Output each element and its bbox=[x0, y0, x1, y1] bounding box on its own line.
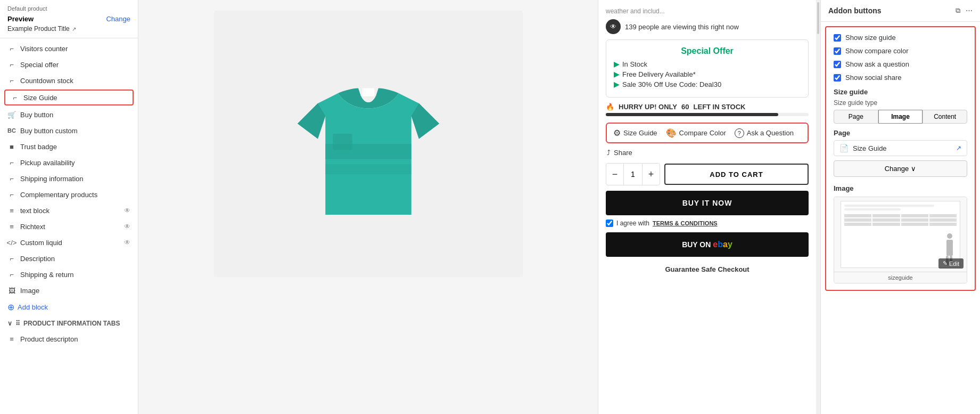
type-btn-image[interactable]: Image bbox=[878, 110, 923, 124]
corners-icon: ⌐ bbox=[11, 93, 19, 102]
sidebar-item-label: Trust badge bbox=[20, 143, 130, 151]
share-label: Share bbox=[614, 149, 632, 157]
show-compare-color-label: Show compare color bbox=[845, 47, 909, 55]
offer-item-label: Sale 30% Off Use Code: Deal30 bbox=[622, 80, 721, 88]
show-size-guide-checkbox[interactable] bbox=[834, 34, 841, 42]
add-block-button[interactable]: ⊕ Add block bbox=[0, 298, 138, 316]
fire-icon: 🔥 bbox=[606, 103, 614, 111]
show-ask-question-label: Show ask a question bbox=[845, 60, 909, 68]
copy-icon[interactable]: ⧉ bbox=[956, 6, 960, 15]
sidebar-item-special-offer[interactable]: ⌐ Special offer bbox=[0, 56, 138, 72]
show-compare-color-checkbox[interactable] bbox=[834, 47, 841, 55]
size-guide-btn-label: Size Guide bbox=[623, 129, 657, 137]
default-product-label: Default product bbox=[7, 5, 130, 12]
preview-area bbox=[138, 0, 598, 414]
arrow-icon: ▶ bbox=[614, 60, 619, 68]
sg-cell bbox=[901, 218, 928, 222]
terms-checkbox[interactable] bbox=[606, 220, 613, 227]
size-guide-preview-area: ✎ Edit bbox=[834, 197, 967, 272]
sg-cell bbox=[929, 223, 957, 226]
terms-link[interactable]: TERMS & CONDITIONS bbox=[653, 220, 718, 226]
ask-question-btn[interactable]: ? Ask a Question bbox=[735, 128, 794, 138]
sidebar-item-label: Shipping information bbox=[20, 175, 130, 183]
product-info-section[interactable]: ∨ ⠿ PRODUCT INFORMATION TABS bbox=[0, 316, 138, 331]
add-to-cart-button[interactable]: ADD TO CART bbox=[664, 164, 809, 185]
sidebar-item-shipping-information[interactable]: ⌐ Shipping information bbox=[0, 171, 138, 186]
sidebar-item-description[interactable]: ⌐ Description bbox=[0, 250, 138, 266]
sidebar-item-pickup-availability[interactable]: ⌐ Pickup availability bbox=[0, 155, 138, 171]
show-social-share-checkbox[interactable] bbox=[834, 74, 841, 82]
compare-color-btn[interactable]: 🎨 Compare Color bbox=[666, 128, 726, 138]
eye-icon[interactable]: 👁 bbox=[124, 239, 130, 246]
sidebar-item-richtext[interactable]: ≡ Richtext 👁 bbox=[0, 218, 138, 234]
sidebar-item-trust-badge[interactable]: ■ Trust badge bbox=[0, 139, 138, 155]
type-btn-page[interactable]: Page bbox=[834, 110, 878, 124]
eye-icon[interactable]: 👁 bbox=[124, 207, 130, 214]
right-panel-title: Addon buttons bbox=[828, 6, 882, 15]
viewing-count-text: 139 people are viewing this right now bbox=[625, 23, 739, 31]
arrow-icon: ▶ bbox=[614, 70, 619, 78]
offer-item-label: Free Delivery Available* bbox=[622, 70, 696, 78]
checkbox-show-compare-color: Show compare color bbox=[834, 47, 967, 55]
sidebar-item-shipping-return[interactable]: ⌐ Shipping & return bbox=[0, 266, 138, 282]
sidebar-item-size-guide[interactable]: ⌐ Size Guide bbox=[4, 90, 134, 105]
hurry-suffix: LEFT IN STOCK bbox=[694, 103, 746, 111]
page-external-link-icon[interactable]: ↗ bbox=[956, 144, 961, 152]
left-sidebar: Default product Preview Change Example P… bbox=[0, 0, 138, 414]
plus-icon: ⊕ bbox=[7, 302, 14, 312]
corners-icon: ⌐ bbox=[7, 158, 16, 167]
change-button[interactable]: Change ∨ bbox=[834, 160, 967, 177]
sg-line-2 bbox=[844, 208, 900, 210]
right-settings-panel: Addon buttons ⧉ ⋯ Show size guide Show c… bbox=[820, 0, 980, 414]
type-btn-content[interactable]: Content bbox=[923, 110, 967, 124]
corners-icon: ⌐ bbox=[7, 254, 16, 263]
buy-on-ebay-button[interactable]: BUY ON ebay bbox=[606, 232, 809, 257]
sidebar-item-label: Richtext bbox=[20, 223, 120, 231]
more-icon[interactable]: ⋯ bbox=[966, 6, 973, 15]
sg-cell bbox=[872, 218, 900, 222]
scroll-thumb[interactable] bbox=[817, 2, 819, 34]
checkbox-show-ask-question: Show ask a question bbox=[834, 60, 967, 68]
terms-row: I agree with TERMS & CONDITIONS bbox=[606, 220, 809, 227]
edit-overlay-button[interactable]: ✎ Edit bbox=[938, 258, 963, 269]
terms-text: I agree with bbox=[616, 220, 649, 227]
change-link[interactable]: Change bbox=[106, 15, 130, 23]
offer-item-1: ▶ In Stock bbox=[614, 60, 801, 68]
show-ask-question-checkbox[interactable] bbox=[834, 61, 841, 68]
share-row: ⤴ Share bbox=[606, 149, 809, 157]
add-block-label: Add block bbox=[18, 303, 48, 311]
stock-bar-fill bbox=[606, 113, 778, 116]
sg-cell bbox=[872, 223, 900, 226]
menu-icon: ≡ bbox=[7, 206, 16, 215]
ask-question-icon: ? bbox=[735, 128, 744, 138]
sidebar-item-label: Description bbox=[20, 255, 130, 263]
compare-color-btn-label: Compare Color bbox=[679, 129, 726, 137]
sidebar-item-visitors-counter[interactable]: ⌐ Visitors counter bbox=[0, 40, 138, 56]
sidebar-item-text-block[interactable]: ≡ text block 👁 bbox=[0, 202, 138, 218]
sidebar-item-buy-button-custom[interactable]: BC Buy button custom bbox=[0, 123, 138, 139]
tshirt-svg bbox=[267, 43, 470, 245]
sidebar-item-custom-liquid[interactable]: </> Custom liquid 👁 bbox=[0, 234, 138, 250]
preview-label: Preview bbox=[7, 15, 34, 23]
special-offer-title: Special Offer bbox=[614, 46, 801, 56]
tshirt-image bbox=[251, 27, 485, 261]
ebay-b: b bbox=[718, 240, 723, 249]
viewing-row: 👁 139 people are viewing this right now bbox=[606, 19, 809, 34]
eye-icon[interactable]: 👁 bbox=[124, 223, 130, 230]
sidebar-item-label: Image bbox=[20, 287, 130, 295]
sidebar-item-image[interactable]: 🖼 Image bbox=[0, 282, 138, 298]
qty-decrease-button[interactable]: − bbox=[606, 164, 623, 185]
guarantee-text: Guarantee Safe Checkout bbox=[606, 262, 809, 273]
sg-table-row bbox=[844, 218, 956, 222]
size-guide-btn[interactable]: ⚙ Size Guide bbox=[613, 128, 657, 138]
sg-line-1 bbox=[844, 205, 934, 207]
qty-increase-button[interactable]: + bbox=[643, 164, 660, 185]
sidebar-item-countdown-stock[interactable]: ⌐ Countdown stock bbox=[0, 72, 138, 88]
external-link-icon[interactable]: ↗ bbox=[72, 26, 76, 32]
sidebar-item-product-descripton[interactable]: ≡ Product descripton bbox=[0, 331, 138, 347]
buy-it-now-button[interactable]: BUY IT NOW bbox=[606, 191, 809, 215]
arrow-icon: ▶ bbox=[614, 80, 619, 88]
sidebar-item-buy-button[interactable]: 🛒 Buy button bbox=[0, 107, 138, 123]
sidebar-item-complementary-products[interactable]: ⌐ Complementary products bbox=[0, 186, 138, 202]
ask-question-btn-label: Ask a Question bbox=[747, 129, 794, 137]
